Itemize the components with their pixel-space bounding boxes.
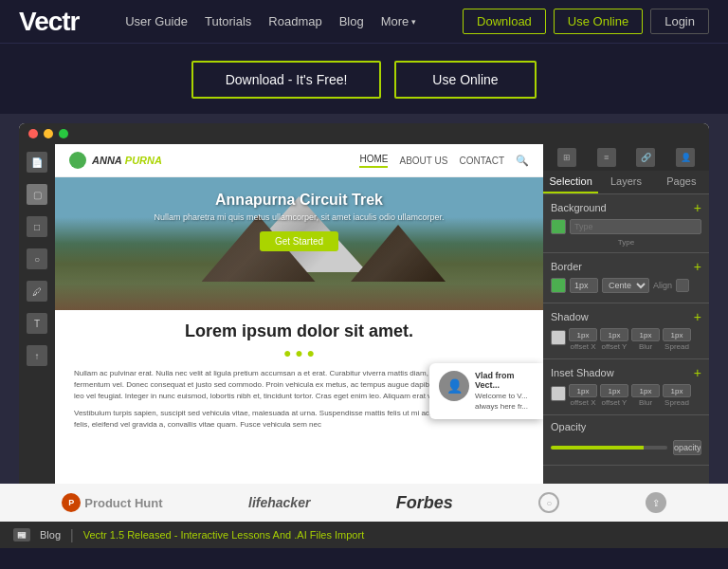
- traffic-light-minimize[interactable]: [44, 129, 53, 138]
- nav-link-blog[interactable]: Blog: [339, 14, 364, 28]
- hero-use-online-button[interactable]: Use Online: [394, 61, 537, 99]
- site-hero-cta-button[interactable]: Get Started: [260, 231, 338, 251]
- panel-inset-shadow-add[interactable]: +: [694, 365, 701, 380]
- nav-link-user-guide[interactable]: User Guide: [125, 14, 188, 28]
- panel-section-inset-shadow: Inset Shadow + offset X offset Y: [543, 359, 709, 415]
- site-hero-content: Annapurna Circuit Trek Nullam pharetra m…: [55, 192, 543, 251]
- app-content: 📄 ▢ □ ○ 🖊 T ↑ ANNA PUR: [19, 144, 709, 484]
- traffic-light-fullscreen[interactable]: [59, 129, 68, 138]
- site-logo-icon: [69, 152, 86, 169]
- site-hero: Annapurna Circuit Trek Nullam pharetra m…: [55, 177, 543, 310]
- app-window: 📄 ▢ □ ○ 🖊 T ↑ ANNA PUR: [19, 123, 709, 484]
- site-logo: ANNA PURNA: [69, 152, 162, 169]
- shadow-col-2: offset Y: [600, 328, 628, 351]
- inset-shadow-blur-label: Blur: [639, 398, 652, 407]
- background-color-swatch[interactable]: [551, 219, 566, 234]
- border-style-icon[interactable]: [676, 279, 689, 292]
- tool-text[interactable]: T: [27, 313, 47, 334]
- tab-pages[interactable]: Pages: [654, 171, 709, 193]
- border-align-select[interactable]: Center Inside Outside: [602, 278, 649, 293]
- panel-inset-shadow-header: Inset Shadow +: [551, 365, 701, 380]
- site-nav-search-icon[interactable]: 🔍: [516, 155, 529, 167]
- shadow-offset-y-label: offset Y: [602, 342, 628, 351]
- panel-shadow-header: Shadow +: [551, 309, 701, 324]
- nav-use-online-button[interactable]: Use Online: [554, 9, 643, 34]
- panel-icon-user[interactable]: 👤: [676, 148, 695, 167]
- chat-content: Vlad from Vect... Welcome to V... always…: [475, 371, 534, 412]
- opacity-input[interactable]: [673, 440, 701, 455]
- hero-download-button[interactable]: Download - It's Free!: [191, 61, 381, 99]
- panel-background-header: Background +: [551, 200, 701, 215]
- inset-shadow-offset-x-input[interactable]: [569, 384, 597, 397]
- panel-icon-grid[interactable]: ⊞: [557, 148, 576, 167]
- shadow-offset-x-label: offset X: [571, 342, 596, 351]
- inset-shadow-spread-label: Spread: [664, 398, 689, 407]
- tab-selection[interactable]: Selection: [543, 171, 598, 193]
- shadow-color-swatch[interactable]: [551, 330, 566, 345]
- shadow-offset-x-input[interactable]: [569, 328, 597, 341]
- site-nav-about[interactable]: ABOUT US: [399, 156, 447, 166]
- panel-background-add[interactable]: +: [694, 200, 701, 215]
- tool-select[interactable]: ▢: [27, 184, 47, 205]
- site-mockup: ANNA PURNA HOME ABOUT US CONTACT 🔍: [55, 144, 543, 484]
- tool-document[interactable]: 📄: [27, 152, 47, 173]
- panel-background-label: Background: [551, 202, 607, 213]
- logos-bar: P Product Hunt lifehacker Forbes ○ ⇪: [0, 484, 728, 522]
- panel-opacity-label: Opacity: [551, 421, 586, 432]
- panel-shadow-row: offset X offset Y Blur Spread: [551, 328, 701, 351]
- logo-share-icon: ⇪: [646, 492, 666, 513]
- background-type-input[interactable]: [570, 219, 701, 234]
- status-blog-label[interactable]: Blog: [40, 529, 61, 541]
- tool-pen[interactable]: 🖊: [27, 281, 47, 302]
- panel-tabs: Selection Layers Pages: [543, 171, 709, 194]
- border-color-swatch[interactable]: [551, 278, 566, 293]
- brand-logo: Vectr: [19, 7, 80, 37]
- chat-avatar: 👤: [439, 371, 469, 401]
- shadow-blur-input[interactable]: [631, 328, 660, 341]
- tool-rectangle[interactable]: □: [27, 216, 47, 237]
- site-body-title: Lorem ipsum dolor sit amet.: [74, 321, 524, 341]
- inset-shadow-color-swatch[interactable]: [551, 386, 566, 401]
- traffic-light-close[interactable]: [28, 129, 38, 138]
- site-nav-home[interactable]: HOME: [359, 154, 388, 168]
- shadow-spread-input[interactable]: [663, 328, 691, 341]
- panel-section-border: Border + Center Inside Outside Align: [543, 253, 709, 303]
- site-nav-contact[interactable]: CONTACT: [459, 156, 504, 166]
- tool-ellipse[interactable]: ○: [27, 248, 47, 269]
- panel-section-shadow: Shadow + offset X offset Y: [543, 303, 709, 359]
- left-toolbar: 📄 ▢ □ ○ 🖊 T ↑: [19, 144, 55, 484]
- shadow-spread-label: Spread: [664, 342, 689, 351]
- inset-shadow-offset-y-input[interactable]: [600, 384, 628, 397]
- tool-upload[interactable]: ↑: [27, 345, 47, 366]
- status-divider: |: [70, 527, 74, 542]
- panel-inset-shadow-label: Inset Shadow: [551, 367, 614, 378]
- inset-shadow-blur-input[interactable]: [631, 384, 660, 397]
- inset-shadow-spread-input[interactable]: [663, 384, 691, 397]
- site-logo-text: ANNA PURNA: [92, 155, 162, 166]
- forbes-label: Forbes: [396, 493, 453, 513]
- nav-link-tutorials[interactable]: Tutorials: [205, 14, 251, 28]
- status-news-link[interactable]: Vectr 1.5 Released - Interactive Lessons…: [83, 529, 365, 541]
- right-panel-topbar: ⊞ ≡ 🔗 👤: [543, 144, 709, 171]
- site-logo-anna: ANNA: [92, 155, 122, 166]
- nav-link-more[interactable]: More: [381, 14, 417, 28]
- nav-link-roadmap[interactable]: Roadmap: [268, 14, 321, 28]
- nav-login-button[interactable]: Login: [650, 9, 709, 34]
- panel-shadow-add[interactable]: +: [694, 309, 701, 324]
- site-logo-purna: PURNA: [125, 155, 162, 166]
- canvas-area: ANNA PURNA HOME ABOUT US CONTACT 🔍: [55, 144, 543, 484]
- logo-product-hunt: P Product Hunt: [62, 493, 162, 512]
- panel-border-add[interactable]: +: [694, 259, 701, 274]
- panel-inset-shadow-row: offset X offset Y Blur Spread: [551, 384, 701, 407]
- panel-icon-align[interactable]: ≡: [597, 148, 616, 167]
- tab-layers[interactable]: Layers: [598, 171, 653, 193]
- panel-icon-link[interactable]: 🔗: [636, 148, 655, 167]
- logo-forbes: Forbes: [396, 493, 453, 513]
- opacity-slider[interactable]: [551, 446, 667, 450]
- chat-from: Vlad from Vect...: [475, 371, 534, 390]
- shadow-offset-y-input[interactable]: [600, 328, 628, 341]
- border-width-input[interactable]: [570, 278, 598, 293]
- nav-download-button[interactable]: Download: [463, 9, 546, 34]
- site-hero-sub: Nullam pharetra mi quis metus ullamcorpe…: [55, 212, 543, 222]
- shadow-col-1: offset X: [569, 328, 597, 351]
